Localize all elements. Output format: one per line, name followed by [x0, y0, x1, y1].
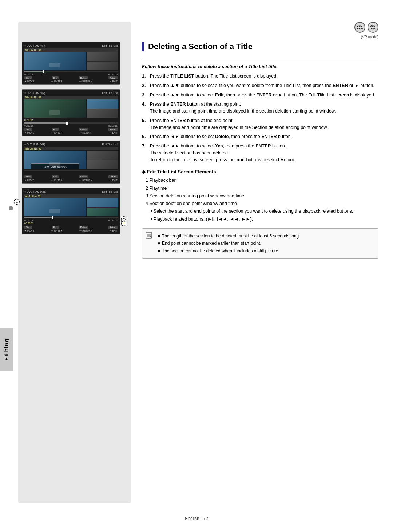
dvd-rw-circle: DVD-RW	[368, 22, 378, 33]
step-4-num: 4.	[142, 101, 146, 108]
screen3-main-image: Do you want to delete? [Deleted part wil…	[24, 151, 86, 169]
screen4-bar-fill	[24, 217, 52, 218]
sidebar-label: Editing	[4, 338, 9, 360]
screen4: ○ DVD-RAM (VR) Edit Title List Yes List …	[22, 188, 120, 234]
screen3-dialog-line1: Do you want to delete?	[33, 165, 77, 169]
screen-mockup-1: ○ DVD-RAM(VR) Edit Title List Title List…	[22, 42, 120, 85]
callout-2: ②	[121, 221, 126, 226]
screen4-nav: ✦ MOVE ↵ ENTER ↩ RETURN ↵ EXIT	[24, 229, 118, 232]
page-number: English - 72	[185, 516, 208, 521]
screen2-timecodes: 00:02:10 00:10:15	[24, 125, 118, 127]
screen2-time-end: 00:10:15	[108, 125, 118, 127]
screen1-progress	[24, 71, 118, 72]
screen2-thumb1	[87, 99, 118, 109]
step-5-bold: ENTER	[170, 118, 186, 123]
pencil-icon	[145, 232, 152, 239]
screen1-main-image	[24, 52, 86, 70]
screen3-dialog: Do you want to delete? [Deleted part wil…	[31, 163, 79, 169]
edit-sub-item-2: Playback related buttons: (►II, I◄◄, ◄◄,…	[146, 216, 378, 223]
screen1-header-right: Edit Title List	[102, 44, 118, 47]
screen3-nav-move: ✦ MOVE	[24, 179, 34, 182]
screen1-image-area	[24, 52, 118, 70]
screen4-header-left: ○ DVD-RAM (VR)	[24, 190, 46, 193]
step-6-num: 6.	[142, 133, 146, 140]
screen2-btn-start: Start	[24, 128, 32, 131]
screen2-header: ○ DVD-RAM(VR) Edit Title List	[24, 91, 118, 95]
step-2-num: 2.	[142, 82, 146, 89]
screen2-marker	[66, 122, 68, 125]
screen1-btn-return: Return	[108, 76, 118, 79]
screen3-progress	[24, 170, 118, 171]
step-7-num: 7.	[142, 143, 146, 150]
page-title-section: Deleting a Section of a Title	[142, 42, 378, 51]
screen1-header: ○ DVD-RAM(VR) Edit Title List	[24, 44, 118, 48]
step-7-bold-yes: Yes	[215, 143, 223, 149]
screen1-time-end: 00:00:05	[108, 73, 118, 76]
screen3-dialog-line2: [Deleted part will not be restored.]	[33, 169, 77, 169]
screen4-nav-enter: ↵ ENTER	[51, 229, 62, 232]
screen1-timecodes: 00:00:00 00:00:05	[24, 73, 118, 76]
screen3-image-area: Do you want to delete? [Deleted part wil…	[24, 151, 118, 169]
screen4-btn-end: End	[52, 226, 59, 229]
main-content: DVD-RAM DVD-RW (VR mode) Deleting a Sect…	[142, 22, 378, 259]
vr-mode-text: (VR mode)	[142, 35, 378, 39]
screen4-time-end: 00:00:02	[108, 219, 118, 222]
screen1-bar-fill	[24, 71, 43, 72]
screen2-time-start: 00:02:10	[24, 125, 33, 127]
screen4-thumb1	[87, 198, 118, 207]
step-5-num: 5.	[142, 117, 146, 124]
screen2-thumbnails	[87, 99, 118, 118]
screens-container: ○ DVD-RAM(VR) Edit Title List Title List…	[22, 42, 120, 239]
screen2-nav-enter: ↵ ENTER	[51, 131, 62, 134]
screen2-nav-exit: ↵ EXIT	[110, 131, 118, 134]
screen2-title-label: Title List No. 09	[24, 96, 118, 99]
screen2-btn-delete: Delete	[79, 128, 88, 131]
screen3-thumb1	[87, 151, 118, 160]
step-3-num: 3.	[142, 92, 146, 99]
step-5: 5. Press the ENTER button at the end poi…	[142, 117, 378, 131]
screen2-nav-move: ✦ MOVE	[24, 131, 34, 134]
step-7: 7. Press the ◄► buttons to select Yes, t…	[142, 143, 378, 163]
screen3: ○ DVD-RAM(VR) Edit Title List Title List…	[22, 141, 120, 184]
screen3-title-label: Title List No. 09	[24, 147, 118, 150]
screen1-btn-end: End	[52, 76, 59, 79]
screen3-thumbnails	[87, 151, 118, 169]
step-2: 2. Press the ▲▼ buttons to select a titl…	[142, 82, 378, 89]
screen3-thumb2	[87, 160, 118, 169]
screen4-buttons: Start End Delete Return	[24, 226, 118, 229]
edit-title-header: Edit Title List Screen Elements	[142, 169, 378, 174]
dvd-rw-label: DVD-RW	[368, 24, 378, 30]
intro-text: Follow these instructions to delete a se…	[142, 64, 378, 69]
screen4-nav-return: ↩ RETURN	[79, 229, 92, 232]
screen3-nav-return: ↩ RETURN	[79, 179, 92, 182]
screen1-nav-move: ✦ MOVE	[24, 80, 34, 83]
screen2-nav-return: ↩ RETURN	[79, 131, 92, 134]
screen3-btn-start: Start	[24, 175, 32, 178]
screen3-header: ○ DVD-RAM(VR) Edit Title List	[24, 142, 118, 146]
screen2-btn-end: End	[52, 128, 59, 131]
screen4-nav-move: ✦ MOVE	[24, 229, 34, 232]
screen3-time-end	[117, 172, 118, 174]
step-2-bold: ENTER	[333, 83, 348, 88]
screen3-header-right: Edit Title List	[102, 143, 118, 146]
step-3-bold-edit: Edit	[215, 92, 224, 98]
screen1-time-start: 00:00:00	[24, 73, 33, 76]
screen4-time-start: 00:00:00	[24, 219, 33, 222]
screen1-thumb1	[87, 52, 118, 61]
screen2-progress	[24, 122, 118, 124]
screen4-header-right: Edit Title List	[102, 190, 118, 193]
note-3: The section cannot be deleted when it in…	[158, 247, 373, 255]
dvd-ram-label: DVD-RAM	[355, 24, 365, 30]
dvd-ram-circle: DVD-RAM	[354, 22, 365, 33]
step-1-num: 1.	[142, 73, 146, 80]
edit-list-item-4: 4 Section deletion end point window and …	[146, 200, 378, 208]
step-3-bold-enter: ENTER	[256, 92, 271, 98]
step-6-bold-delete: Delete	[215, 134, 229, 139]
step-4-bold: ENTER	[170, 102, 186, 107]
screen3-nav-enter: ↵ ENTER	[51, 179, 62, 182]
dvd-rw-icon-box: DVD-RW	[368, 22, 378, 33]
edit-sub-item-1: Select the start and end points of the s…	[146, 208, 378, 215]
dvd-icons-row: DVD-RAM DVD-RW	[142, 22, 378, 33]
screen1-nav-exit: ↵ EXIT	[110, 80, 118, 83]
screen1-nav-return: ↩ RETURN	[79, 80, 92, 83]
